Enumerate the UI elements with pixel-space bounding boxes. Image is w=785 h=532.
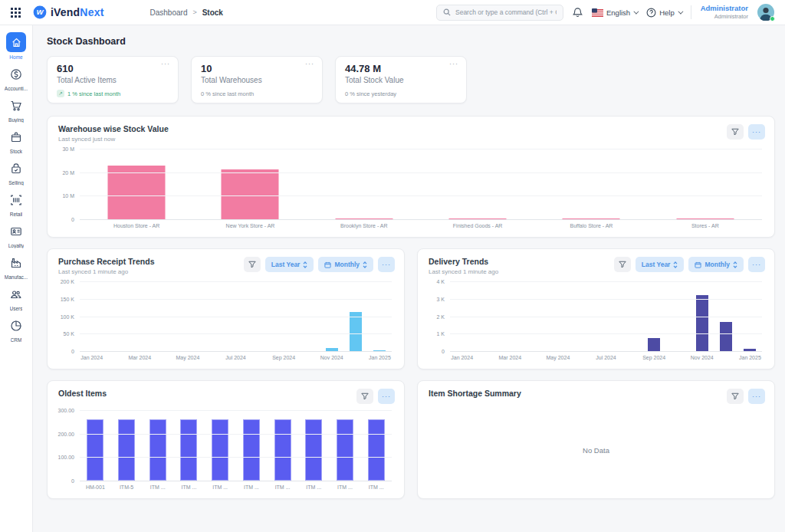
help-menu[interactable]: Help	[646, 8, 682, 18]
x-axis-tick: Jul 2024	[224, 355, 248, 363]
sort-arrows-icon	[363, 261, 367, 268]
kpi-row: ··· 610 Total Active Items ↗ 1 % since l…	[47, 56, 775, 103]
user-role: Administrator	[701, 13, 748, 20]
avatar[interactable]	[757, 4, 774, 21]
more-menu-button[interactable]: ···	[378, 257, 395, 272]
chart-column	[421, 149, 534, 219]
x-axis-tick: New York Store - AR	[193, 223, 307, 231]
x-axis-tick	[343, 355, 367, 363]
period-select[interactable]: Monthly	[318, 257, 373, 272]
sort-arrows-icon	[673, 261, 678, 268]
kpi-delta: ↗ 1 % since last month	[57, 90, 120, 97]
bar-ITM ...[interactable]	[180, 419, 197, 481]
x-axis-tick	[103, 355, 127, 363]
range-select[interactable]: Last Year	[636, 257, 685, 272]
sidebar-item-accounting[interactable]: Accounti...	[0, 65, 33, 91]
search-input[interactable]	[455, 8, 557, 16]
gridline	[80, 410, 392, 411]
kpi-delta: 0 % since last month	[201, 90, 254, 97]
trend-up-icon: ↗	[57, 90, 64, 97]
kpi-total-stock-value: ··· 44.78 M Total Stock Value 0 % since …	[335, 56, 467, 103]
bar-ITM ...[interactable]	[368, 419, 385, 481]
x-axis-tick: Finished Goods - AR	[421, 223, 534, 231]
main-content: Stock Dashboard ··· 610 Total Active Ite…	[33, 25, 785, 499]
sidebar-item-loyalty[interactable]: Loyalty	[0, 222, 33, 248]
brand-logo[interactable]: W iVendNext	[33, 5, 104, 19]
sidebar-item-crm[interactable]: CRM	[0, 317, 33, 343]
user-menu[interactable]: Administrator Administrator	[701, 4, 748, 20]
kebab-menu-icon[interactable]: ···	[449, 60, 458, 67]
bar-New York Store - AR[interactable]	[222, 169, 279, 219]
global-search[interactable]	[436, 5, 563, 21]
kebab-menu-icon[interactable]: ···	[305, 60, 314, 67]
bar-ITM ...[interactable]	[337, 419, 353, 481]
language-label: English	[606, 8, 630, 17]
x-axis-tick	[666, 355, 690, 363]
bar-Dec 2024[interactable]	[350, 312, 362, 351]
filter-button[interactable]	[356, 389, 373, 404]
bar-ITM ...[interactable]	[149, 419, 166, 481]
y-axis-tick: 0	[71, 217, 74, 222]
sidebar-item-users[interactable]: Users	[0, 285, 33, 311]
sidebar-item-home[interactable]: Home	[0, 32, 33, 60]
period-select[interactable]: Monthly	[688, 257, 744, 272]
filter-button[interactable]	[244, 257, 261, 272]
gridline	[450, 333, 762, 334]
bar-HM-001[interactable]	[87, 419, 103, 481]
help-label: Help	[659, 8, 675, 17]
range-select[interactable]: Last Year	[265, 257, 314, 272]
bar-ITM-5[interactable]	[118, 419, 135, 481]
apps-grid-icon[interactable]	[11, 8, 21, 18]
filter-button[interactable]	[727, 124, 744, 140]
breadcrumb-stock: Stock	[202, 8, 223, 17]
x-axis-tick	[570, 355, 594, 363]
kpi-value: 610	[57, 63, 169, 74]
bar-ITM ...[interactable]	[243, 419, 260, 481]
x-axis-tick: Jan 2025	[368, 355, 392, 363]
chevron-down-icon	[678, 8, 683, 14]
more-menu-button[interactable]: ···	[378, 389, 395, 404]
bar-ITM ...[interactable]	[305, 419, 322, 481]
breadcrumb-dashboard[interactable]: Dashboard	[150, 8, 188, 17]
chart-column	[80, 149, 193, 219]
us-flag-icon	[592, 8, 603, 17]
bar-ITM ...[interactable]	[274, 419, 291, 481]
y-axis-tick: 0	[71, 478, 74, 484]
more-menu-button[interactable]: ···	[748, 257, 765, 272]
filter-button[interactable]	[727, 389, 744, 404]
sidebar-nav: Home Accounti... Buying Stock Selling Re…	[0, 25, 33, 532]
x-axis-tick: ITM ...	[330, 484, 361, 492]
logo-text: iVendNext	[51, 6, 104, 18]
x-axis-tick	[200, 355, 224, 363]
more-menu-button[interactable]: ···	[748, 389, 765, 404]
bar-Dec 2024[interactable]	[720, 322, 732, 351]
gridline	[80, 457, 392, 458]
logo-icon: W	[33, 5, 47, 19]
divider	[691, 5, 691, 19]
chevron-down-icon	[634, 8, 639, 14]
filter-button[interactable]	[614, 257, 631, 272]
more-menu-button[interactable]: ···	[748, 124, 765, 140]
calendar-icon	[324, 261, 331, 268]
x-axis-tick: Mar 2024	[128, 355, 152, 363]
kpi-value: 10	[201, 63, 313, 74]
gridline	[80, 434, 392, 435]
chart-column	[193, 149, 307, 219]
factory-icon	[7, 254, 25, 272]
bar-Nov 2024[interactable]	[696, 295, 708, 351]
bar-Sep 2024[interactable]	[648, 338, 660, 351]
language-selector[interactable]: English	[592, 8, 637, 17]
sidebar-item-selling[interactable]: Selling	[0, 159, 33, 186]
bar-Houston Store - AR[interactable]	[108, 166, 166, 219]
notifications-bell-icon[interactable]	[573, 7, 583, 18]
sidebar-item-buying[interactable]: Buying	[0, 97, 33, 123]
chart-column	[267, 410, 298, 481]
gridline	[80, 333, 392, 334]
item-shortage-summary-card: Item Shortage Summary ··· No Data	[417, 380, 775, 499]
bar-ITM ...[interactable]	[212, 419, 228, 481]
funnel-icon	[248, 261, 256, 268]
kebab-menu-icon[interactable]: ···	[161, 60, 170, 67]
sidebar-item-stock[interactable]: Stock	[0, 128, 33, 154]
sidebar-item-retail[interactable]: Retail	[0, 191, 33, 217]
sidebar-item-manufacturing[interactable]: Manufac...	[0, 254, 33, 280]
